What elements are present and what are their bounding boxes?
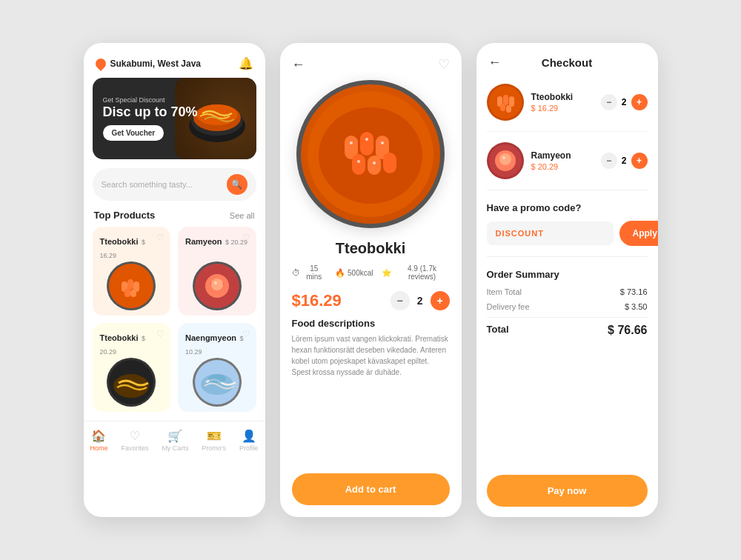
quantity-control: − 2 +: [391, 291, 450, 310]
nav-home[interactable]: 🏠 Home: [90, 429, 107, 452]
product-card-naengmyeon[interactable]: Naengmyeon $ 10.29 ♡: [178, 323, 256, 412]
product-image-ramyeon: [191, 260, 243, 312]
see-all-link[interactable]: See all: [230, 211, 255, 220]
promos-icon: 🎫: [207, 429, 222, 443]
svg-rect-25: [360, 132, 373, 156]
product-card-tteobokki-1[interactable]: Tteobokki $ 16.29 ♡: [93, 227, 171, 316]
apply-button[interactable]: Apply: [619, 221, 658, 246]
svg-point-15: [214, 281, 217, 284]
location-pin-icon: [93, 56, 108, 71]
svg-rect-40: [506, 105, 511, 113]
nav-promos-label: Promo's: [202, 444, 226, 452]
cart-item-price: $ 16.29: [531, 104, 594, 113]
delivery-value: $ 3.50: [625, 302, 648, 311]
divider-4: [487, 317, 648, 318]
voucher-button[interactable]: Get Voucher: [103, 125, 165, 141]
search-bar: Search something tasty... 🔍: [93, 168, 256, 201]
divider-2: [487, 190, 648, 190]
products-section-header: Top Products See all: [84, 210, 265, 227]
heart-icon[interactable]: ♡: [156, 233, 165, 243]
cart-ramyeon-illustration: [488, 144, 522, 178]
checkout-title: Checkout: [542, 56, 592, 69]
meta-time-text: 15 mins: [302, 264, 327, 281]
meta-cal-text: 500kcal: [348, 269, 373, 277]
svg-point-44: [502, 156, 505, 159]
time-icon: ⏱: [292, 268, 300, 277]
heart-icon[interactable]: ♡: [242, 329, 250, 339]
item-total-value: $ 73.16: [620, 287, 648, 296]
screen-product-detail: ← ♡: [280, 43, 462, 517]
product-card-ramyeon[interactable]: Ramyeon $ 20.29 ♡: [178, 227, 256, 316]
checkout-header: ← Checkout: [476, 43, 658, 78]
svg-rect-27: [352, 154, 365, 175]
product-card-tteobokki-2[interactable]: Tteobokki $ 20.29 ♡: [93, 323, 171, 412]
svg-point-33: [357, 160, 360, 163]
svg-rect-28: [368, 156, 381, 175]
product-image-tteobokki-1: [105, 260, 157, 312]
cart-item-image-ramyeon: [487, 142, 524, 179]
promo-banner: Get Special Discount Disc up to 70% Get …: [93, 78, 256, 159]
cart-plus-button[interactable]: +: [631, 94, 648, 110]
delivery-row: Delivery fee $ 3.50: [487, 302, 648, 311]
nav-carts[interactable]: 🛒 My Carts: [162, 429, 188, 452]
pay-now-button[interactable]: Pay now: [487, 475, 648, 507]
cart-minus-button-2[interactable]: −: [601, 153, 617, 169]
qty-minus-button[interactable]: −: [391, 291, 410, 310]
product-name: Tteobokki: [100, 237, 139, 246]
heart-icon[interactable]: ♡: [156, 329, 165, 339]
promo-code-input[interactable]: [487, 221, 614, 245]
nav-favorites[interactable]: ♡ Favorites: [121, 429, 148, 452]
total-label: Total: [487, 324, 509, 337]
cart-item-info-ramyeon: Ramyeon $ 20.29: [531, 150, 594, 171]
cart-item-info-tteobokki: Tteobokki $ 16.29: [531, 92, 594, 113]
total-row: Total $ 76.66: [487, 324, 648, 337]
detail-nav: ← ♡: [280, 43, 462, 80]
search-icon[interactable]: 🔍: [227, 174, 247, 195]
svg-rect-7: [127, 279, 133, 290]
cart-icon: 🛒: [167, 429, 182, 443]
order-summary: Order Summary Item Total $ 73.16 Deliver…: [476, 261, 658, 350]
add-to-cart-button[interactable]: Add to cart: [292, 473, 450, 505]
dish-meta: ⏱ 15 mins 🔥 500kcal ⭐ 4.9 (1.7k reviews): [292, 264, 450, 281]
product-name: Ramyeon: [185, 237, 222, 246]
cart-minus-button[interactable]: −: [601, 94, 617, 110]
price-row: $16.29 − 2 +: [280, 291, 462, 318]
dish-name: Tteobokki: [292, 240, 450, 257]
cart-plus-button-2[interactable]: +: [631, 153, 648, 169]
home-icon: 🏠: [91, 429, 106, 443]
nav-favorites-label: Favorites: [121, 444, 148, 452]
search-placeholder[interactable]: Search something tasty...: [102, 180, 221, 189]
section-title: Top Products: [94, 210, 156, 221]
heart-icon[interactable]: ♡: [242, 233, 250, 243]
home-header: Sukabumi, West Java 🔔: [84, 43, 265, 78]
promo-section: Have a promo code? Apply: [476, 195, 658, 252]
checkout-back-icon[interactable]: ←: [488, 55, 502, 70]
product-name: Naengmyeon: [185, 333, 236, 342]
bell-icon[interactable]: 🔔: [239, 56, 253, 70]
cart-qty-num-2: 2: [622, 156, 627, 166]
favorite-icon[interactable]: ♡: [438, 56, 450, 73]
nav-profile[interactable]: 👤 Profile: [239, 429, 259, 452]
meta-rating-text: 4.9 (1.7k reviews): [394, 264, 449, 281]
cart-item-price: $ 20.29: [531, 162, 594, 171]
cart-item-tteobokki: Tteobokki $ 16.29 − 2 +: [476, 78, 658, 127]
cart-item-image-tteobokki: [487, 84, 524, 121]
promo-input-row: Apply: [487, 221, 648, 246]
location-text: Sukabumi, West Java: [110, 59, 202, 69]
back-arrow-icon[interactable]: ←: [292, 57, 305, 73]
product-image-naengmyeon: [191, 356, 243, 408]
food-description-section: Food descriptions Lörem ipsum vast vange…: [280, 318, 462, 387]
food-desc-text: Lörem ipsum vast vangen klickokrati. Pre…: [292, 333, 450, 378]
cart-tteobokki-illustration: [488, 85, 522, 119]
svg-point-32: [381, 141, 384, 144]
nav-promos[interactable]: 🎫 Promo's: [202, 429, 226, 452]
qty-plus-button[interactable]: +: [431, 291, 450, 310]
product-name: Tteobokki: [100, 333, 139, 342]
divider-3: [487, 256, 648, 257]
product-image-tteobokki-2: [105, 356, 157, 408]
meta-rating: ⭐ 4.9 (1.7k reviews): [382, 264, 449, 281]
screen-checkout: ← Checkout Tteobokki $ 16.29 −: [476, 43, 658, 517]
svg-point-31: [365, 138, 368, 141]
svg-rect-10: [130, 290, 136, 297]
products-grid: Tteobokki $ 16.29 ♡ Ramyeon $ 20.29 ♡: [84, 227, 265, 421]
